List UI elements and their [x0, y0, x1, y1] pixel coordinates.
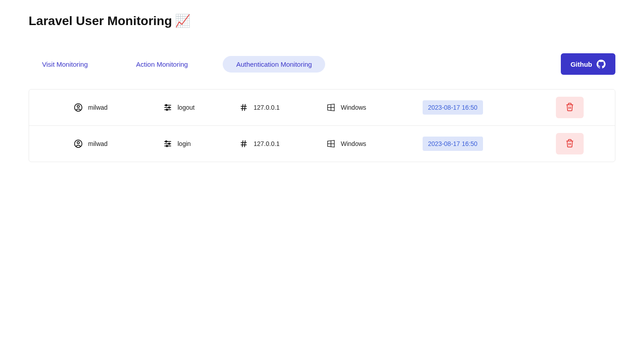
user-icon [74, 103, 83, 112]
date-badge: 2023-08-17 16:50 [423, 137, 483, 151]
cell-os: Windows [326, 103, 423, 112]
svg-line-25 [245, 141, 246, 147]
page-title-text: Laravel User Monitoring [29, 14, 172, 28]
table-row: milwad login 127.0.0.1 Windows [29, 126, 615, 162]
tab-label: Action Monitoring [136, 60, 188, 68]
svg-line-24 [242, 141, 243, 147]
auth-monitoring-table: milwad logout 127.0.0.1 Windows [29, 89, 615, 162]
tab-authentication-monitoring[interactable]: Authentication Monitoring [223, 56, 325, 73]
user-icon [74, 139, 83, 148]
svg-point-3 [165, 104, 167, 106]
svg-point-15 [77, 141, 80, 144]
delete-button[interactable] [556, 97, 584, 118]
tab-action-monitoring[interactable]: Action Monitoring [123, 56, 201, 73]
windows-icon [326, 139, 335, 148]
svg-point-21 [166, 145, 168, 146]
svg-point-7 [166, 109, 168, 110]
page-title: Laravel User Monitoring 📈 [29, 0, 615, 32]
table-row: milwad logout 127.0.0.1 Windows [29, 90, 615, 126]
cell-os: Windows [326, 139, 423, 148]
windows-icon [326, 103, 335, 112]
tab-label: Authentication Monitoring [236, 60, 312, 68]
trash-icon [565, 139, 574, 149]
hash-icon [239, 139, 248, 148]
chart-emoji-icon: 📈 [175, 13, 191, 28]
action-name: logout [178, 104, 195, 111]
date-badge: 2023-08-17 16:50 [423, 100, 483, 115]
ip-value: 127.0.0.1 [254, 140, 280, 147]
trash-icon [565, 103, 574, 113]
cell-user: milwad [29, 103, 163, 112]
sliders-icon [163, 103, 172, 112]
cell-ip: 127.0.0.1 [239, 139, 326, 148]
svg-point-1 [77, 105, 80, 107]
svg-point-17 [165, 141, 167, 142]
user-name: milwad [88, 140, 108, 147]
cell-action: login [163, 139, 239, 148]
svg-line-11 [245, 104, 246, 111]
ip-value: 127.0.0.1 [254, 104, 280, 111]
github-button[interactable]: Github [561, 53, 615, 75]
tabs: Visit Monitoring Action Monitoring Authe… [29, 56, 325, 73]
delete-button[interactable] [556, 133, 584, 154]
os-value: Windows [341, 140, 366, 147]
sliders-icon [163, 139, 172, 148]
os-value: Windows [341, 104, 366, 111]
svg-point-19 [169, 143, 170, 144]
user-name: milwad [88, 104, 108, 111]
svg-line-10 [242, 104, 243, 111]
cell-delete [530, 133, 615, 154]
cell-date: 2023-08-17 16:50 [423, 100, 530, 115]
cell-ip: 127.0.0.1 [239, 103, 326, 112]
cell-action: logout [163, 103, 239, 112]
github-button-label: Github [571, 60, 592, 68]
hash-icon [239, 103, 248, 112]
cell-date: 2023-08-17 16:50 [423, 137, 530, 151]
cell-delete [530, 97, 615, 118]
tab-visit-monitoring[interactable]: Visit Monitoring [29, 56, 101, 73]
tab-label: Visit Monitoring [42, 60, 88, 68]
action-name: login [178, 140, 191, 147]
cell-user: milwad [29, 139, 163, 148]
svg-point-5 [169, 107, 170, 108]
header-bar: Visit Monitoring Action Monitoring Authe… [29, 53, 615, 75]
github-icon [597, 60, 606, 69]
